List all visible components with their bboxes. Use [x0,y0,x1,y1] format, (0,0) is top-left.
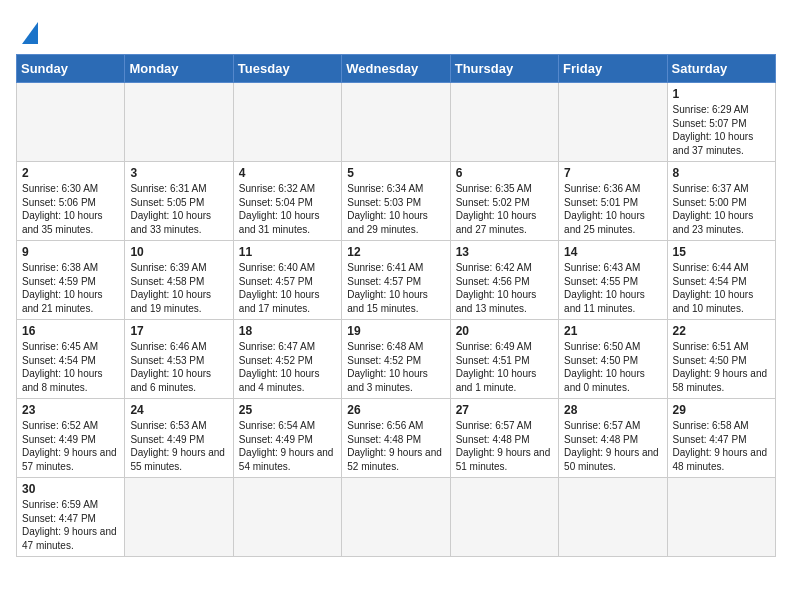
day-info: Sunrise: 6:54 AM Sunset: 4:49 PM Dayligh… [239,419,336,473]
calendar-cell: 3Sunrise: 6:31 AM Sunset: 5:05 PM Daylig… [125,162,233,241]
day-info: Sunrise: 6:57 AM Sunset: 4:48 PM Dayligh… [456,419,553,473]
calendar-cell [342,478,450,557]
calendar-week-row: 1Sunrise: 6:29 AM Sunset: 5:07 PM Daylig… [17,83,776,162]
calendar-cell: 17Sunrise: 6:46 AM Sunset: 4:53 PM Dayli… [125,320,233,399]
day-number: 17 [130,324,227,338]
day-number: 1 [673,87,770,101]
day-info: Sunrise: 6:44 AM Sunset: 4:54 PM Dayligh… [673,261,770,315]
day-info: Sunrise: 6:29 AM Sunset: 5:07 PM Dayligh… [673,103,770,157]
calendar-cell: 11Sunrise: 6:40 AM Sunset: 4:57 PM Dayli… [233,241,341,320]
calendar-cell: 21Sunrise: 6:50 AM Sunset: 4:50 PM Dayli… [559,320,667,399]
calendar-cell: 19Sunrise: 6:48 AM Sunset: 4:52 PM Dayli… [342,320,450,399]
calendar-cell [125,478,233,557]
calendar-cell: 16Sunrise: 6:45 AM Sunset: 4:54 PM Dayli… [17,320,125,399]
calendar-header-monday: Monday [125,55,233,83]
page: SundayMondayTuesdayWednesdayThursdayFrid… [0,0,792,567]
day-number: 3 [130,166,227,180]
day-number: 7 [564,166,661,180]
day-number: 22 [673,324,770,338]
day-info: Sunrise: 6:59 AM Sunset: 4:47 PM Dayligh… [22,498,119,552]
calendar-cell: 27Sunrise: 6:57 AM Sunset: 4:48 PM Dayli… [450,399,558,478]
day-info: Sunrise: 6:47 AM Sunset: 4:52 PM Dayligh… [239,340,336,394]
day-info: Sunrise: 6:35 AM Sunset: 5:02 PM Dayligh… [456,182,553,236]
day-info: Sunrise: 6:31 AM Sunset: 5:05 PM Dayligh… [130,182,227,236]
calendar-cell: 20Sunrise: 6:49 AM Sunset: 4:51 PM Dayli… [450,320,558,399]
calendar-week-row: 16Sunrise: 6:45 AM Sunset: 4:54 PM Dayli… [17,320,776,399]
day-number: 16 [22,324,119,338]
day-number: 25 [239,403,336,417]
calendar-cell: 26Sunrise: 6:56 AM Sunset: 4:48 PM Dayli… [342,399,450,478]
day-number: 23 [22,403,119,417]
calendar-cell: 1Sunrise: 6:29 AM Sunset: 5:07 PM Daylig… [667,83,775,162]
calendar-week-row: 23Sunrise: 6:52 AM Sunset: 4:49 PM Dayli… [17,399,776,478]
day-number: 30 [22,482,119,496]
header [16,16,776,44]
calendar-cell: 7Sunrise: 6:36 AM Sunset: 5:01 PM Daylig… [559,162,667,241]
logo-triangle-icon [22,22,38,44]
calendar-cell: 22Sunrise: 6:51 AM Sunset: 4:50 PM Dayli… [667,320,775,399]
calendar-cell: 29Sunrise: 6:58 AM Sunset: 4:47 PM Dayli… [667,399,775,478]
calendar-header-sunday: Sunday [17,55,125,83]
calendar-cell: 5Sunrise: 6:34 AM Sunset: 5:03 PM Daylig… [342,162,450,241]
day-number: 9 [22,245,119,259]
day-info: Sunrise: 6:34 AM Sunset: 5:03 PM Dayligh… [347,182,444,236]
day-info: Sunrise: 6:56 AM Sunset: 4:48 PM Dayligh… [347,419,444,473]
calendar-cell: 4Sunrise: 6:32 AM Sunset: 5:04 PM Daylig… [233,162,341,241]
day-info: Sunrise: 6:50 AM Sunset: 4:50 PM Dayligh… [564,340,661,394]
day-number: 4 [239,166,336,180]
calendar-cell [559,478,667,557]
day-info: Sunrise: 6:51 AM Sunset: 4:50 PM Dayligh… [673,340,770,394]
calendar-week-row: 30Sunrise: 6:59 AM Sunset: 4:47 PM Dayli… [17,478,776,557]
day-number: 18 [239,324,336,338]
calendar-cell: 8Sunrise: 6:37 AM Sunset: 5:00 PM Daylig… [667,162,775,241]
day-number: 11 [239,245,336,259]
calendar-header-wednesday: Wednesday [342,55,450,83]
calendar-cell: 10Sunrise: 6:39 AM Sunset: 4:58 PM Dayli… [125,241,233,320]
calendar-header-thursday: Thursday [450,55,558,83]
day-info: Sunrise: 6:57 AM Sunset: 4:48 PM Dayligh… [564,419,661,473]
day-info: Sunrise: 6:58 AM Sunset: 4:47 PM Dayligh… [673,419,770,473]
calendar-cell [667,478,775,557]
calendar-cell: 28Sunrise: 6:57 AM Sunset: 4:48 PM Dayli… [559,399,667,478]
day-number: 20 [456,324,553,338]
day-number: 2 [22,166,119,180]
day-info: Sunrise: 6:36 AM Sunset: 5:01 PM Dayligh… [564,182,661,236]
calendar-cell [233,83,341,162]
calendar-week-row: 9Sunrise: 6:38 AM Sunset: 4:59 PM Daylig… [17,241,776,320]
calendar-week-row: 2Sunrise: 6:30 AM Sunset: 5:06 PM Daylig… [17,162,776,241]
calendar-cell: 6Sunrise: 6:35 AM Sunset: 5:02 PM Daylig… [450,162,558,241]
calendar-cell [17,83,125,162]
day-info: Sunrise: 6:43 AM Sunset: 4:55 PM Dayligh… [564,261,661,315]
day-number: 8 [673,166,770,180]
day-number: 21 [564,324,661,338]
calendar-cell: 30Sunrise: 6:59 AM Sunset: 4:47 PM Dayli… [17,478,125,557]
day-number: 28 [564,403,661,417]
day-number: 27 [456,403,553,417]
day-info: Sunrise: 6:49 AM Sunset: 4:51 PM Dayligh… [456,340,553,394]
calendar-cell: 13Sunrise: 6:42 AM Sunset: 4:56 PM Dayli… [450,241,558,320]
day-number: 15 [673,245,770,259]
day-info: Sunrise: 6:41 AM Sunset: 4:57 PM Dayligh… [347,261,444,315]
day-number: 19 [347,324,444,338]
day-number: 29 [673,403,770,417]
day-number: 12 [347,245,444,259]
calendar-cell [342,83,450,162]
logo-area [16,16,38,44]
day-info: Sunrise: 6:52 AM Sunset: 4:49 PM Dayligh… [22,419,119,473]
day-number: 24 [130,403,227,417]
day-number: 6 [456,166,553,180]
calendar-header-friday: Friday [559,55,667,83]
calendar-header-row: SundayMondayTuesdayWednesdayThursdayFrid… [17,55,776,83]
calendar-cell: 14Sunrise: 6:43 AM Sunset: 4:55 PM Dayli… [559,241,667,320]
calendar-header-saturday: Saturday [667,55,775,83]
day-number: 5 [347,166,444,180]
calendar-cell [450,83,558,162]
calendar-table: SundayMondayTuesdayWednesdayThursdayFrid… [16,54,776,557]
calendar-cell: 24Sunrise: 6:53 AM Sunset: 4:49 PM Dayli… [125,399,233,478]
day-info: Sunrise: 6:37 AM Sunset: 5:00 PM Dayligh… [673,182,770,236]
calendar-cell [450,478,558,557]
day-info: Sunrise: 6:46 AM Sunset: 4:53 PM Dayligh… [130,340,227,394]
day-number: 13 [456,245,553,259]
calendar-cell: 25Sunrise: 6:54 AM Sunset: 4:49 PM Dayli… [233,399,341,478]
calendar-cell: 9Sunrise: 6:38 AM Sunset: 4:59 PM Daylig… [17,241,125,320]
